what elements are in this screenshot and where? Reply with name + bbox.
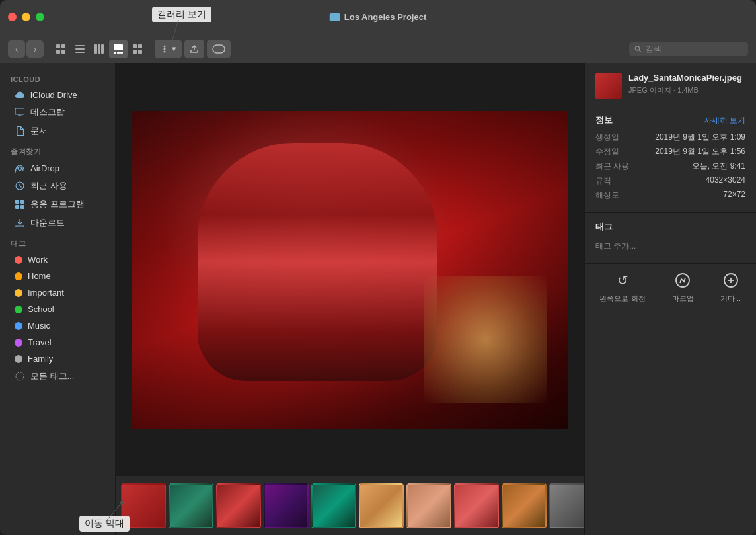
inspector-detail-link[interactable]: 자세히 보기: [704, 115, 745, 126]
sidebar-item-all-tags[interactable]: 모든 태그...: [4, 367, 111, 386]
inspector-panel: Lady_SantaMonicaPier.jpeg JPEG 이미지 · 1.4…: [584, 63, 756, 535]
inspector-file-info: Lady_SantaMonicaPier.jpeg JPEG 이미지 · 1.4…: [628, 73, 742, 95]
sidebar-item-tag-school[interactable]: School: [4, 301, 111, 317]
svg-rect-13: [120, 52, 123, 54]
image-decor: [424, 276, 547, 403]
gallery-view: [116, 63, 584, 475]
svg-rect-32: [20, 205, 24, 209]
sidebar-item-applications[interactable]: 응용 프로그램: [4, 195, 111, 214]
group-view-button[interactable]: [128, 40, 147, 58]
svg-rect-30: [20, 200, 24, 204]
inspector-tags-section: 태그 태그 추가...: [585, 213, 756, 263]
filmstrip-thumb-1[interactable]: [169, 483, 213, 528]
svg-rect-11: [114, 52, 116, 54]
tag-dot-music: [15, 322, 22, 330]
sidebar-label-work: Work: [28, 255, 48, 265]
recent-icon: [15, 181, 25, 191]
inspector-tags-title: 태그: [595, 221, 613, 233]
maximize-button[interactable]: [36, 13, 44, 21]
image-canvas: [132, 111, 568, 429]
svg-rect-7: [94, 44, 97, 54]
tag-dot-family: [15, 355, 22, 363]
favorites-section-header: 즐겨찾기: [0, 140, 115, 159]
filmstrip-thumb-3[interactable]: [264, 483, 309, 528]
sidebar-label-home: Home: [28, 271, 51, 281]
sidebar-item-icloud-drive[interactable]: iCloud Drive: [4, 86, 111, 103]
inspector-row-modified: 수정일 2019년 9월 1일 오후 1:56: [595, 146, 745, 157]
sidebar-label-documents: 문서: [30, 125, 48, 137]
minimize-button[interactable]: [22, 13, 30, 21]
sidebar-item-airdrop[interactable]: AirDrop: [4, 159, 111, 177]
gallery-view-button[interactable]: [109, 40, 128, 58]
filmstrip-thumb-7[interactable]: [454, 483, 499, 528]
list-view-button[interactable]: [71, 40, 89, 58]
sidebar-item-tag-family[interactable]: Family: [4, 350, 111, 367]
inspector-filetype: JPEG 이미지 · 1.4MB: [628, 85, 742, 95]
view-buttons: [52, 40, 147, 58]
column-view-button[interactable]: [90, 40, 108, 58]
svg-rect-16: [133, 50, 137, 54]
inspector-row-resolution: 해상도 72×72: [595, 190, 745, 201]
tag-button[interactable]: [207, 40, 231, 58]
inspector-row-last-opened: 최근 사용 오늘, 오전 9:41: [595, 161, 745, 172]
center-area: [116, 63, 584, 535]
filmstrip-thumb-6[interactable]: [406, 483, 451, 528]
filmstrip-thumb-5[interactable]: [359, 483, 404, 528]
filmstrip-thumb-8[interactable]: [502, 483, 547, 528]
share-button[interactable]: [184, 40, 204, 58]
image-figure: [198, 143, 437, 381]
filmstrip-thumb-0[interactable]: [121, 483, 166, 528]
search-input[interactable]: [646, 44, 743, 54]
sidebar-label-travel: Travel: [28, 337, 52, 347]
more-label: 기타...: [720, 294, 741, 304]
sidebar-item-documents[interactable]: 문서: [4, 122, 111, 140]
sidebar-item-recents[interactable]: 최근 사용: [4, 177, 111, 195]
icon-view-button[interactable]: [52, 40, 70, 58]
toolbar: ‹ ›: [0, 34, 756, 63]
inspector-value-modified: 2019년 9월 1일 오후 1:56: [655, 146, 745, 157]
filmstrip-thumb-4[interactable]: [311, 483, 356, 528]
action-button[interactable]: ▾: [155, 40, 182, 58]
svg-rect-14: [133, 44, 137, 48]
sidebar-item-tag-work[interactable]: Work: [4, 251, 111, 268]
sidebar-item-tag-music[interactable]: Music: [4, 317, 111, 334]
svg-point-27: [19, 167, 22, 171]
tags-section-header: 태그: [0, 232, 115, 251]
sidebar-item-desktop[interactable]: 데스크탑: [4, 103, 111, 122]
markup-button[interactable]: 마크업: [672, 270, 694, 304]
nav-buttons: ‹ ›: [8, 40, 44, 58]
svg-rect-6: [75, 52, 85, 53]
filmstrip-thumb-2[interactable]: [216, 483, 261, 528]
inspector-thumbnail: [595, 73, 622, 99]
inspector-tags-add[interactable]: 태그 추가...: [595, 238, 745, 255]
back-button[interactable]: ‹: [8, 40, 25, 58]
sidebar-item-tag-home[interactable]: Home: [4, 268, 111, 284]
svg-rect-2: [56, 50, 60, 54]
inspector-info-section: 정보 자세히 보기 생성일 2019년 9월 1일 오후 1:09 수정일 20…: [585, 106, 756, 213]
search-box[interactable]: [629, 42, 748, 56]
svg-rect-24: [15, 108, 24, 114]
sidebar-item-downloads[interactable]: 다운로드: [4, 214, 111, 232]
svg-point-18: [164, 45, 166, 47]
traffic-lights: [8, 13, 44, 21]
sidebar-item-tag-travel[interactable]: Travel: [4, 334, 111, 350]
cloud-icon: [15, 89, 25, 100]
svg-rect-0: [56, 44, 60, 48]
inspector-label-last-opened: 최근 사용: [595, 161, 629, 172]
close-button[interactable]: [8, 13, 17, 21]
inspector-tags-header: 태그: [595, 221, 745, 233]
svg-rect-21: [213, 45, 225, 53]
forward-button[interactable]: ›: [26, 40, 44, 58]
sidebar-item-tag-important[interactable]: Important: [4, 284, 111, 301]
rotate-left-button[interactable]: ↺ 왼쪽으로 회전: [599, 270, 645, 304]
more-button[interactable]: 기타...: [720, 270, 741, 304]
sidebar-label-recents: 최근 사용: [30, 180, 67, 192]
main-image[interactable]: [132, 111, 568, 429]
filmstrip-thumb-9[interactable]: [549, 483, 584, 528]
doc-icon: [15, 126, 25, 136]
svg-rect-17: [138, 50, 142, 54]
svg-line-23: [639, 50, 641, 52]
svg-point-19: [164, 48, 166, 50]
svg-rect-5: [75, 48, 85, 50]
sidebar-label-applications: 응용 프로그램: [30, 198, 85, 210]
